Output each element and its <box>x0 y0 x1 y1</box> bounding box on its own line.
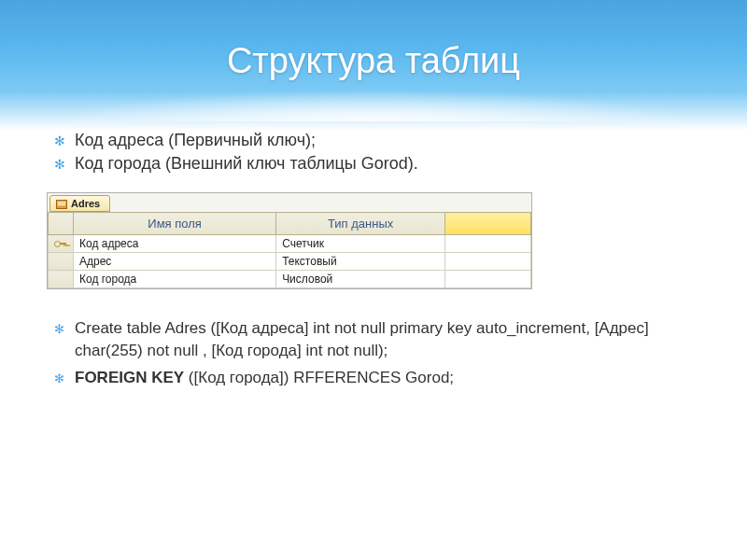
extra-cell <box>445 253 531 271</box>
table-row: Код города Числовой <box>49 271 531 288</box>
table-icon <box>56 200 67 209</box>
sql-bullet-list: Create table Adres ([Код адреса] int not… <box>47 317 700 388</box>
field-name-cell: Код адреса <box>74 235 276 253</box>
table-row: Код адреса Счетчик <box>49 235 531 253</box>
field-type-cell: Счетчик <box>276 235 445 253</box>
table-header-row: Имя поля Тип данных <box>49 213 531 235</box>
field-name-cell: Адрес <box>74 253 276 271</box>
row-selector <box>49 235 74 253</box>
table-row: Адрес Текстовый <box>49 253 531 271</box>
db-table-panel: Adres Имя поля Тип данных Код адреса Сче… <box>47 192 532 289</box>
foreign-key-rest: ([Код города]) RFFERENCES Gorod; <box>184 369 454 386</box>
row-selector-header <box>49 213 74 235</box>
foreign-key-keyword: FOREIGN KEY <box>75 369 184 386</box>
list-item: Create table Adres ([Код адреса] int not… <box>47 317 700 362</box>
row-selector <box>49 271 74 288</box>
row-selector <box>49 253 74 271</box>
list-item: Код города (Внешний ключ таблицы Gorod). <box>47 154 700 174</box>
field-type-cell: Текстовый <box>276 253 445 271</box>
column-header-extra <box>445 213 531 235</box>
extra-cell <box>445 271 531 288</box>
table-tab: Adres <box>49 195 110 212</box>
field-definition-table: Имя поля Тип данных Код адреса Счетчик А… <box>48 212 531 288</box>
list-item: FOREIGN KEY ([Код города]) RFFERENCES Go… <box>47 367 700 389</box>
top-bullet-list: Код адреса (Первичный ключ); Код города … <box>47 131 700 174</box>
primary-key-icon <box>54 240 67 247</box>
field-name-cell: Код города <box>74 271 276 288</box>
column-header-type: Тип данных <box>276 213 445 235</box>
extra-cell <box>445 235 531 253</box>
field-type-cell: Числовой <box>276 271 445 288</box>
slide-content: Код адреса (Первичный ключ); Код города … <box>0 131 747 388</box>
column-header-field: Имя поля <box>74 213 276 235</box>
table-tab-label: Adres <box>71 198 100 209</box>
slide-title: Структура таблиц <box>227 41 520 81</box>
list-item: Код адреса (Первичный ключ); <box>47 131 700 150</box>
slide-header: Структура таблиц <box>0 0 747 131</box>
